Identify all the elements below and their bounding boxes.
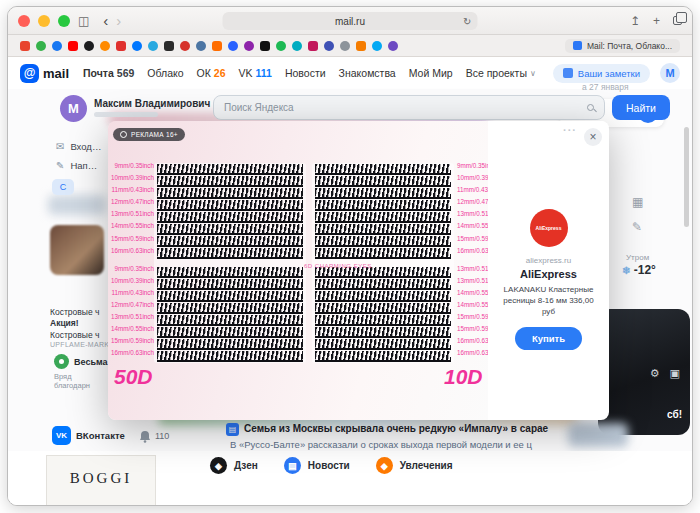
bookmark-favicon[interactable]: [308, 41, 318, 51]
nav-label: Знакомства: [339, 67, 396, 79]
window-zoom-button[interactable]: [58, 15, 70, 27]
mail-at-icon: @: [20, 64, 39, 83]
bookmark-favicon[interactable]: [84, 41, 94, 51]
ad-badge: РЕКЛАМА 16+: [113, 128, 185, 141]
lash-tray-left: [154, 163, 306, 363]
lash-row: [157, 327, 303, 338]
ad-creative-image[interactable]: РЕКЛАМА 16+ 9mm/0.35inch10mm/0.39inch11m…: [108, 121, 488, 420]
sidebar-item-compose[interactable]: ✎ Нап…: [56, 160, 97, 171]
back-icon[interactable]: ‹: [103, 13, 108, 28]
window-minimize-button[interactable]: [38, 15, 50, 27]
lash-size-labels-right: 9mm/0.35inch10mm/0.39inch11mm/0.43inch12…: [457, 163, 488, 363]
inbox-label: Вход…: [70, 141, 101, 152]
brand-ad-card[interactable]: BOGGI: [46, 455, 156, 506]
tab-overview-icon[interactable]: [673, 16, 682, 25]
bookmark-favicon[interactable]: [100, 41, 110, 51]
bookmark-favicon[interactable]: [68, 41, 78, 51]
nav-item-знакомства[interactable]: Знакомства: [339, 67, 396, 79]
reload-icon[interactable]: ↻: [463, 16, 471, 27]
news-headline[interactable]: Семья из Москвы скрывала очень редкую «И…: [244, 423, 548, 434]
weather-widget[interactable]: ❄ -12°: [622, 263, 656, 277]
bookmark-favicon[interactable]: [356, 41, 366, 51]
ad-overlay: РЕКЛАМА 16+ 9mm/0.35inch10mm/0.39inch11m…: [108, 121, 609, 420]
mailru-nav: Почта569ОблакоОК26VK111НовостиЗнакомства…: [83, 67, 536, 79]
video-player-card[interactable]: ⚙ ▣ сб!: [598, 309, 690, 435]
envelope-icon: ✉: [56, 141, 64, 152]
bookmark-favicon[interactable]: [116, 41, 126, 51]
nav-item-новости[interactable]: Новости: [285, 67, 326, 79]
news-subheadline[interactable]: В «Руссо-Балте» рассказали о сроках выхо…: [230, 439, 532, 450]
bookmark-favicon[interactable]: [388, 41, 398, 51]
news-source-icon: ▤: [226, 423, 239, 436]
feed-tabs: ◈ Дзен ▤ Новости ◆ Увлечения: [210, 457, 453, 474]
edit-icon[interactable]: ✎: [632, 220, 643, 234]
bookmark-favicon[interactable]: [52, 41, 62, 51]
share-icon[interactable]: ↥: [630, 15, 640, 27]
bookmark-favicon[interactable]: [148, 41, 158, 51]
bell-icon[interactable]: [139, 429, 151, 447]
ad-close-button[interactable]: ×: [584, 128, 602, 146]
scrollbar[interactable]: [684, 127, 689, 227]
window-close-button[interactable]: [18, 15, 30, 27]
channel-avatar[interactable]: [54, 354, 69, 369]
ad-domain: aliexpress.ru: [526, 256, 571, 265]
bookmark-favicon[interactable]: [260, 41, 270, 51]
nav-item-почта[interactable]: Почта569: [83, 67, 134, 79]
lash-row: [315, 291, 451, 302]
tab-dzen[interactable]: ◈ Дзен: [210, 457, 258, 474]
tab-hobbies[interactable]: ◆ Увлечения: [376, 457, 453, 474]
calendar-icon[interactable]: ▦: [632, 195, 643, 209]
new-tab-icon[interactable]: +: [653, 15, 660, 27]
mailru-logo[interactable]: @ mail: [20, 64, 69, 83]
sidebar-item-inbox[interactable]: ✉ Вход…: [56, 141, 101, 152]
lash-size-labels-left: 9mm/0.35inch10mm/0.39inch11mm/0.43inch12…: [110, 163, 154, 363]
nav-item-все-проекты[interactable]: Все проекты∨: [466, 67, 536, 79]
feed-story[interactable]: Костровые ч Акция! Костровые ч: [50, 307, 99, 341]
date-label: а 27 января: [582, 82, 629, 92]
compose-button[interactable]: С: [52, 179, 74, 195]
vk-icon[interactable]: VK: [52, 426, 71, 445]
bookmark-mail[interactable]: Mail: Почта, Облако...: [565, 39, 680, 53]
bookmark-favicon[interactable]: [292, 41, 302, 51]
tab-news[interactable]: ▤ Новости: [284, 457, 350, 474]
ad-menu-button[interactable]: ···: [563, 124, 577, 136]
pip-icon[interactable]: ▣: [670, 367, 680, 380]
bookmark-favicon[interactable]: [228, 41, 238, 51]
header-avatar[interactable]: М: [660, 63, 680, 83]
address-bar[interactable]: mail.ru ↻: [223, 12, 478, 30]
bookmark-favicon[interactable]: [212, 41, 222, 51]
user-avatar[interactable]: М: [60, 95, 87, 122]
bookmark-favicon[interactable]: [180, 41, 190, 51]
bookmark-favicon[interactable]: [20, 41, 30, 51]
nav-badge: 111: [256, 67, 272, 79]
bookmark-favicon[interactable]: [372, 41, 382, 51]
bookmark-favicon[interactable]: [196, 41, 206, 51]
nav-item-облако[interactable]: Облако: [147, 67, 183, 79]
settings-gear-icon[interactable]: ⚙: [650, 367, 660, 380]
bookmark-favicon[interactable]: [244, 41, 254, 51]
page-content: @ mail Почта569ОблакоОК26VK111НовостиЗна…: [8, 57, 692, 506]
vk-label[interactable]: ВКонтакте: [76, 430, 125, 441]
sidebar-toggle-icon[interactable]: ◫: [78, 15, 89, 27]
nav-item-мой-мир[interactable]: Мой Мир: [409, 67, 453, 79]
notes-button[interactable]: Ваши заметки: [553, 64, 650, 83]
ad-buy-button[interactable]: Купить: [515, 327, 582, 350]
bookmark-favicon[interactable]: [324, 41, 334, 51]
search-input[interactable]: Поиск Яндекса: [213, 95, 605, 120]
bookmark-favicon[interactable]: [276, 41, 286, 51]
feed-thumbnail[interactable]: [50, 225, 104, 275]
story-line: Костровые ч: [50, 330, 99, 341]
nav-item-ок[interactable]: ОК26: [197, 67, 226, 79]
channel-name[interactable]: Весьма: [74, 357, 107, 367]
browser-titlebar: ◫ ‹ › mail.ru ↻ ↥ +: [8, 7, 692, 35]
lash-size-label: 16mm/0.63inch: [457, 350, 488, 362]
bookmark-favicon[interactable]: [132, 41, 142, 51]
channel-line: благодарн: [54, 381, 90, 390]
search-button[interactable]: Найти: [612, 95, 670, 120]
bookmark-favicon[interactable]: [36, 41, 46, 51]
nav-item-vk[interactable]: VK111: [239, 67, 272, 79]
bookmark-favicon[interactable]: [164, 41, 174, 51]
lash-row: [315, 212, 451, 223]
lash-row: [157, 303, 303, 314]
bookmark-favicon[interactable]: [340, 41, 350, 51]
